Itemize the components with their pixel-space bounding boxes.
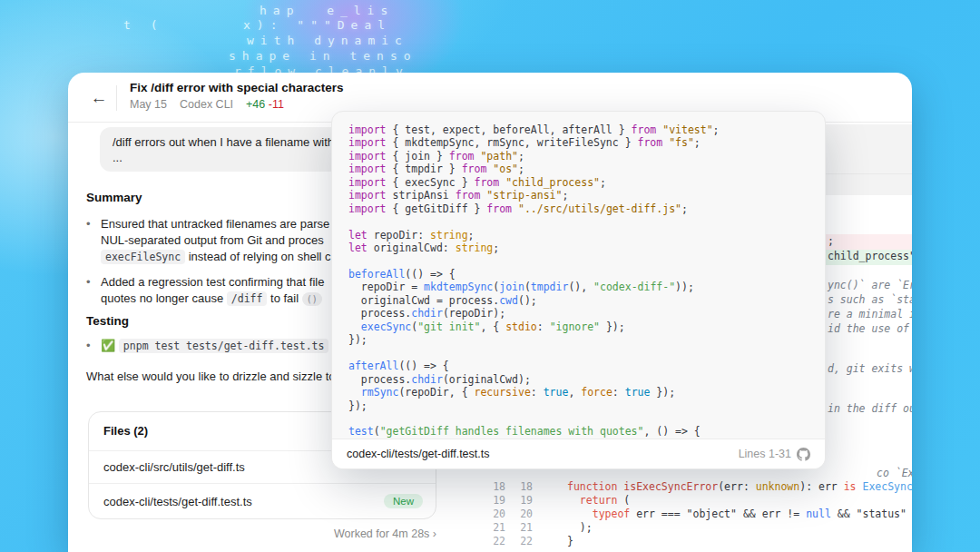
bullet-icon: • <box>86 216 101 232</box>
check-icon: ✅ <box>101 339 115 352</box>
code-line: }); <box>348 399 825 412</box>
code-line: let repoDir: string; <box>348 229 825 242</box>
popup-lines-label: Lines 1-31 <box>739 448 810 461</box>
diff-code-fragment: d, git exits wi <box>828 362 912 376</box>
summary-bullet-line: •Ensured that untracked filenames are pa… <box>86 216 329 232</box>
code-line: afterAll(() => { <box>348 360 825 372</box>
line-number-new: 21 <box>511 521 533 535</box>
task-title: Fix /diff error with special characters <box>130 81 344 94</box>
bullet-icon: • <box>86 338 101 354</box>
code-line: beforeAll(() => { <box>348 268 825 281</box>
line-number-old: 20 <box>484 508 505 521</box>
summary-bullet-line: •Added a regression test confirming that… <box>86 274 324 291</box>
diff-code-fragment: child_process"; <box>828 250 912 263</box>
diff-code-text: function isExecSyncError(err: unknown): … <box>567 480 912 494</box>
line-number-old: 21 <box>484 521 505 535</box>
diff-code-fragment: ; <box>828 234 834 248</box>
line-number-new: 19 <box>511 494 533 508</box>
line-number-new: 22 <box>511 535 533 548</box>
popup-footer: codex-cli/tests/get-diff.test.ts Lines 1… <box>332 439 825 468</box>
code-line: import { getGitDiff } from "../src/utils… <box>348 202 825 215</box>
new-file-badge: New <box>384 494 423 508</box>
line-number-old: 18 <box>484 480 505 494</box>
diff-code-text: typeof err === "object" && err != null &… <box>567 508 912 521</box>
diff-code-fragment: in the diff out <box>828 402 912 416</box>
code-preview-popup: import { test, expect, beforeAll, afterA… <box>331 111 826 469</box>
code-line: import stripAnsi from "strip-ansi"; <box>348 189 825 202</box>
code-line: rmSync(repoDir, { recursive: true, force… <box>348 386 825 399</box>
diff-code-text: ); <box>567 521 593 535</box>
code-line: import { tmpdir } from "os"; <box>348 163 825 175</box>
worked-duration-link[interactable]: Worked for 4m 28s › <box>88 527 436 540</box>
back-button[interactable]: ← <box>86 85 112 111</box>
code-chip: execFileSync <box>101 250 185 264</box>
code-line <box>348 347 825 360</box>
diff-code-text: } <box>567 535 573 548</box>
followup-question: What else would you like to drizzle and … <box>86 369 336 385</box>
file-path: codex-cli/tests/get-diff.test.ts <box>103 495 252 508</box>
diff-code-fragment: id the use of ` <box>828 322 912 336</box>
file-path: codex-cli/src/utils/get-diff.ts <box>103 460 245 474</box>
code-line: process.chdir(repoDir); <box>348 307 825 320</box>
summary-bullet-line: NUL-separated output from Git and proces <box>86 232 324 249</box>
code-reference-chip[interactable]: () <box>302 292 322 306</box>
back-arrow-icon: ← <box>91 88 108 108</box>
task-date: May 15 <box>130 98 167 111</box>
line-number-old: 19 <box>484 494 505 508</box>
bg-text-line: with dynamic <box>247 34 408 47</box>
diff-stats: +46 -11 <box>246 98 284 111</box>
summary-bullet-line: quotes no longer cause /diff to fail () <box>86 291 322 307</box>
line-number-new: 20 <box>511 508 533 521</box>
test-command-chip[interactable]: pnpm test tests/get-diff.test.ts <box>119 339 329 353</box>
popup-filename[interactable]: codex-cli/tests/get-diff.test.ts <box>347 448 489 460</box>
task-meta: May 15 Codex CLI +46 -11 <box>130 98 284 111</box>
code-line: import { join } from "path"; <box>348 150 825 163</box>
popup-code[interactable]: import { test, expect, beforeAll, afterA… <box>332 112 825 440</box>
chevron-right-icon: › <box>433 527 436 540</box>
bg-text-line: hap e_lis <box>260 4 394 17</box>
code-line <box>348 215 825 228</box>
line-number-old: 22 <box>484 535 505 548</box>
task-agent: Codex CLI <box>180 98 233 111</box>
diff-code-text: return ( <box>567 494 630 508</box>
code-line: process.chdir(originalCwd); <box>348 373 825 386</box>
bullet-icon: • <box>86 274 101 291</box>
code-line: originalCwd = process.cwd(); <box>348 294 825 307</box>
summary-heading: Summary <box>86 191 142 204</box>
file-row[interactable]: codex-cli/tests/get-diff.test.tsNew <box>89 483 436 518</box>
code-chip: /diff <box>227 291 268 306</box>
testing-heading: Testing <box>86 314 129 328</box>
code-line: import { test, expect, beforeAll, afterA… <box>348 123 825 136</box>
code-line: }); <box>348 333 825 346</box>
user-message-ellipsis[interactable]: ... <box>113 150 359 165</box>
header-divider <box>116 85 117 111</box>
diff-code-fragment: re a minimal in <box>828 308 912 321</box>
user-message-line: /diff errors out when I have a filename … <box>113 134 359 150</box>
bg-text-fragment: t ( <box>123 18 163 32</box>
github-icon <box>797 448 810 461</box>
code-line: let originalCwd: string; <box>348 242 825 254</box>
code-line: test("getGitDiff handles filenames with … <box>348 425 825 438</box>
diff-code-fragment: s such as `stat <box>828 293 912 307</box>
deletions-count: -11 <box>269 98 284 111</box>
code-line: import { execSync } from "child_process"… <box>348 176 825 189</box>
diff-code-fragment: co `ExecSyncErro <box>877 467 912 480</box>
testing-bullet-line: •✅ pnpm test tests/get-diff.test.ts » <box>86 338 348 354</box>
additions-count: +46 <box>246 98 265 111</box>
summary-bullet-line: execFileSync instead of relying on shell… <box>86 249 331 265</box>
code-line: execSync("git init", { stdio: "ignore" }… <box>348 320 825 333</box>
code-line: repoDir = mkdtempSync(join(tmpdir(), "co… <box>348 281 825 293</box>
code-line <box>348 412 825 425</box>
code-line: import { mkdtempSync, rmSync, writeFileS… <box>348 136 825 149</box>
line-number-new: 18 <box>511 480 533 494</box>
bg-text-line: x): """Deal <box>243 18 391 32</box>
diff-code-fragment: ync()` are `Err <box>828 279 912 292</box>
code-line <box>348 255 825 268</box>
bg-text-line: shape in tenso <box>229 49 417 63</box>
